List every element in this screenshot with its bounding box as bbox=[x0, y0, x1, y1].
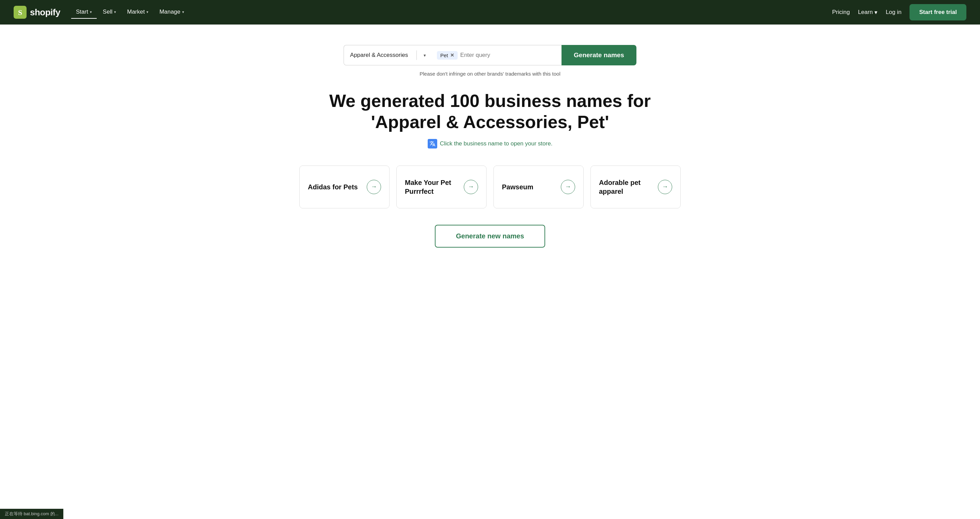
chevron-down-icon: ▾ bbox=[90, 10, 92, 14]
nav-link-start[interactable]: Start ▾ bbox=[71, 6, 97, 19]
nav-link-market[interactable]: Market ▾ bbox=[122, 6, 153, 19]
nav-link-manage[interactable]: Manage ▾ bbox=[154, 6, 189, 19]
business-card-3[interactable]: Adorable pet apparel → bbox=[590, 166, 681, 209]
subtext-label: Click the business name to open your sto… bbox=[440, 140, 553, 147]
chevron-down-icon: ▾ bbox=[875, 9, 878, 16]
nav-pricing[interactable]: Pricing bbox=[832, 9, 850, 16]
card-arrow-2: → bbox=[561, 180, 575, 194]
card-name-3: Adorable pet apparel bbox=[599, 178, 658, 196]
card-name-1: Make Your Pet Purrrfect bbox=[405, 178, 464, 196]
card-arrow-3: → bbox=[658, 180, 672, 194]
business-card-2[interactable]: Pawseum → bbox=[493, 166, 584, 209]
chevron-down-icon: ▾ bbox=[114, 10, 116, 14]
result-subtext: Click the business name to open your sto… bbox=[299, 139, 681, 148]
logo-text: shopify bbox=[30, 7, 60, 18]
nav-left: S shopify Start ▾ Sell ▾ Market ▾ Manage… bbox=[14, 6, 189, 19]
logo[interactable]: S shopify bbox=[14, 6, 60, 19]
category-value: Apparel & Accessories bbox=[350, 52, 408, 59]
card-name-2: Pawseum bbox=[502, 183, 533, 191]
remove-tag-button[interactable]: ✕ bbox=[450, 53, 454, 57]
nav-link-sell[interactable]: Sell ▾ bbox=[98, 6, 121, 19]
main-content: Apparel & Accessories ▾ Pet ✕ Generate n… bbox=[286, 24, 694, 275]
divider bbox=[417, 50, 417, 60]
card-arrow-0: → bbox=[367, 180, 381, 194]
search-row: Apparel & Accessories ▾ Pet ✕ Generate n… bbox=[299, 45, 681, 65]
card-arrow-1: → bbox=[464, 180, 478, 194]
disclaimer-text: Please don't infringe on other brands' t… bbox=[299, 71, 681, 76]
card-name-0: Adidas for Pets bbox=[308, 183, 358, 191]
translate-icon bbox=[428, 139, 437, 148]
query-input[interactable] bbox=[460, 52, 557, 59]
nav-login[interactable]: Log in bbox=[886, 9, 901, 16]
start-trial-button[interactable]: Start free trial bbox=[910, 4, 966, 21]
chevron-down-icon: ▾ bbox=[146, 10, 148, 14]
chevron-down-icon: ▾ bbox=[182, 10, 184, 14]
svg-text:S: S bbox=[18, 8, 22, 17]
query-input-wrap: Pet ✕ bbox=[432, 45, 562, 65]
navbar: S shopify Start ▾ Sell ▾ Market ▾ Manage… bbox=[0, 0, 980, 24]
business-card-1[interactable]: Make Your Pet Purrrfect → bbox=[396, 166, 487, 209]
chevron-down-icon: ▾ bbox=[423, 53, 426, 58]
tag-label: Pet bbox=[440, 53, 448, 58]
generate-names-button[interactable]: Generate names bbox=[562, 45, 636, 65]
nav-links: Start ▾ Sell ▾ Market ▾ Manage ▾ bbox=[71, 6, 189, 19]
category-dropdown[interactable]: Apparel & Accessories ▾ bbox=[344, 45, 432, 65]
translate-icon-svg bbox=[430, 141, 436, 147]
shopify-logo-icon: S bbox=[14, 6, 27, 19]
generate-new-wrap: Generate new names bbox=[299, 225, 681, 248]
cards-row: Adidas for Pets → Make Your Pet Purrrfec… bbox=[299, 166, 681, 209]
generate-new-button[interactable]: Generate new names bbox=[435, 225, 545, 248]
nav-right: Pricing Learn ▾ Log in Start free trial bbox=[832, 4, 966, 21]
result-heading: We generated 100 business names for 'App… bbox=[299, 90, 681, 133]
pet-tag: Pet ✕ bbox=[437, 51, 458, 60]
business-card-0[interactable]: Adidas for Pets → bbox=[299, 166, 390, 209]
nav-learn[interactable]: Learn ▾ bbox=[858, 9, 878, 16]
